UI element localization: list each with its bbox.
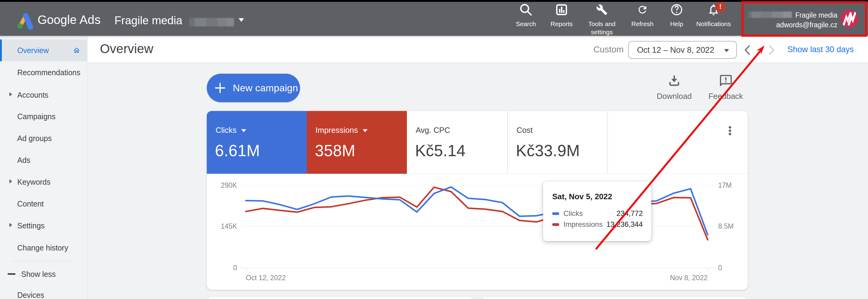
sidebar-item-label: Devices <box>17 291 44 299</box>
top-app-bar: Google Ads Fragile media Search Reports … <box>0 2 868 36</box>
sidebar-item-settings[interactable]: Settings <box>0 215 87 237</box>
avatar[interactable] <box>841 10 858 28</box>
scorecard-avg-cpc[interactable]: Avg. CPC Kč5.14 <box>407 111 508 174</box>
new-campaign-button[interactable]: New campaign <box>207 74 300 102</box>
download-label: Download <box>650 91 699 101</box>
nav-reports-label: Reports <box>542 20 581 28</box>
new-campaign-label: New campaign <box>233 82 298 94</box>
sidebar-item-campaigns[interactable]: Campaigns <box>0 106 87 127</box>
bell-icon: ! <box>694 3 733 17</box>
plus-icon <box>215 82 225 93</box>
search-icon <box>506 3 546 17</box>
scorecard-label-text: Avg. CPC <box>416 126 450 135</box>
refresh-icon <box>623 3 662 17</box>
nav-help-label: Help <box>657 20 696 28</box>
chart-tooltip: Sat, Nov 5, 2022 Clicks 234,772 Impressi… <box>543 182 651 241</box>
scorecard-clicks[interactable]: Clicks 6.61M <box>207 111 307 174</box>
sidebar-item-accounts[interactable]: Accounts <box>0 84 87 106</box>
feedback-button[interactable]: Feedback <box>702 73 750 101</box>
scorecard-label[interactable]: Clicks <box>216 126 246 135</box>
page-header-bar: Overview Custom Oct 12 – Nov 8, 2022 Sho… <box>88 36 868 63</box>
page-title: Overview <box>100 42 154 56</box>
time-series-chart[interactable]: 290K 145K 0 17M 8.5M 0 Oct 12, 2022 Nov … <box>207 174 748 290</box>
metric-dropdown-caret-icon <box>363 129 368 132</box>
tooltip-value: 234,772 <box>616 209 643 218</box>
sidebar-item-label: Change history <box>17 244 68 252</box>
scorecard-cost[interactable]: Cost Kč33.9M <box>508 111 608 174</box>
previous-period-chevron-icon[interactable] <box>742 45 753 55</box>
sidebar-item-label: Recommendations <box>17 68 80 77</box>
sidebar-item-label: Campaigns <box>17 112 55 121</box>
overview-summary-card: Clicks 6.61M Impressions 358M Avg. CPC K… <box>207 111 748 290</box>
home-icon <box>73 47 80 54</box>
nav-reports[interactable]: Reports <box>542 3 581 28</box>
scorecard-label-text: Clicks <box>216 126 237 135</box>
date-range-caret-icon <box>724 49 729 52</box>
sidebar-item-label: Accounts <box>17 91 49 100</box>
scorecard-label[interactable]: Impressions <box>315 126 368 135</box>
sidebar-item-overview[interactable]: Overview <box>0 39 87 61</box>
sidebar-item-content[interactable]: Content <box>0 193 87 215</box>
user-email: adwords@fragile.cz <box>751 21 837 29</box>
user-account-name: Fragile media <box>751 11 837 20</box>
notifications-badge: ! <box>715 1 726 12</box>
next-period-chevron-icon[interactable] <box>766 45 777 55</box>
redacted-account-id <box>189 18 234 26</box>
sidebar-item-label: Ad groups <box>17 134 52 143</box>
date-range-type: Custom <box>584 45 624 55</box>
date-range-value: Oct 12 – Nov 8, 2022 <box>637 46 714 55</box>
sidebar-divider <box>13 261 73 262</box>
account-switcher-name[interactable]: Fragile media <box>115 14 182 27</box>
nav-notifications[interactable]: ! Notifications <box>694 3 733 28</box>
nav-tools-label: Tools andsettings <box>582 20 622 36</box>
nav-tools-label-line2: settings <box>582 28 622 36</box>
scorecard-row: Clicks 6.61M Impressions 358M Avg. CPC K… <box>207 111 748 174</box>
window-chrome-strip <box>0 0 868 2</box>
nav-help[interactable]: Help <box>657 3 696 28</box>
nav-search-label: Search <box>506 20 546 28</box>
scorecard-impressions[interactable]: Impressions 358M <box>307 111 407 174</box>
sidebar-show-less[interactable]: Show less <box>0 263 87 285</box>
product-name: Google Ads <box>37 13 101 27</box>
sidebar-item-label: Keywords <box>17 178 51 187</box>
sidebar-item-ads[interactable]: Ads <box>0 149 87 171</box>
sidebar-item-recommendations[interactable]: Recommendations <box>0 61 87 83</box>
nav-tools-settings[interactable]: Tools andsettings <box>582 3 622 36</box>
date-range-picker[interactable]: Oct 12 – Nov 8, 2022 <box>628 41 737 59</box>
nav-tools-label-line1: Tools and <box>582 20 622 28</box>
brand-google: Google <box>37 13 76 26</box>
scorecard-value: Kč5.14 <box>415 142 466 160</box>
minus-icon <box>7 273 16 275</box>
brand-ads: Ads <box>79 13 100 26</box>
expand-caret-icon[interactable] <box>9 92 12 97</box>
dot-icon <box>729 133 731 135</box>
nav-search[interactable]: Search <box>506 3 546 28</box>
expand-caret-icon[interactable] <box>9 179 12 184</box>
expand-caret-icon[interactable] <box>9 223 12 227</box>
feedback-label: Feedback <box>702 91 750 101</box>
tooltip-value: 13,236,344 <box>607 220 643 229</box>
show-less-label: Show less <box>21 270 56 279</box>
sidebar-item-keywords[interactable]: Keywords <box>0 171 87 193</box>
next-card-right <box>482 297 748 299</box>
nav-notifications-label: Notifications <box>694 20 733 28</box>
nav-refresh[interactable]: Refresh <box>623 3 662 28</box>
sidebar-item-ad-groups[interactable]: Ad groups <box>0 127 87 149</box>
tooltip-row-clicks: Clicks 234,772 <box>552 208 643 219</box>
google-ads-logo-icon[interactable] <box>17 11 34 30</box>
nav-refresh-label: Refresh <box>623 20 662 28</box>
show-last-30-days-link[interactable]: Show last 30 days <box>787 45 854 54</box>
download-button[interactable]: Download <box>650 73 699 101</box>
scorecard-label: Avg. CPC <box>416 126 450 135</box>
feedback-icon <box>702 73 750 88</box>
card-overflow-menu-button[interactable] <box>725 126 735 135</box>
sidebar-item-devices[interactable]: Devices <box>0 284 87 299</box>
scorecard-label-text: Impressions <box>315 126 358 135</box>
sidebar-item-change-history[interactable]: Change history <box>0 237 87 259</box>
account-switcher-caret-icon[interactable] <box>239 18 244 22</box>
tooltip-label: Impressions <box>563 220 602 229</box>
scorecard-label: Cost <box>517 126 532 135</box>
scorecard-value: Kč33.9M <box>516 142 580 160</box>
impressions-swatch-icon <box>552 223 559 226</box>
next-card-left <box>207 297 474 299</box>
